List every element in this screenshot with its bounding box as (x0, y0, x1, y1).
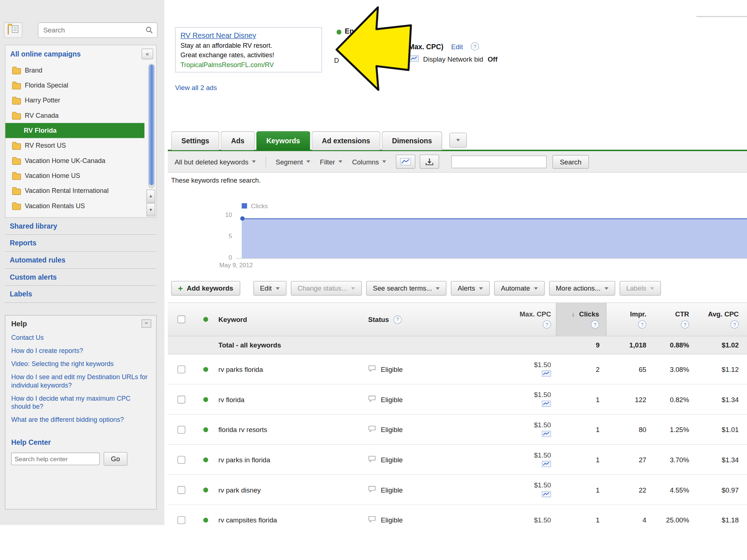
change-status-button[interactable]: Change status... (291, 281, 362, 296)
row-checkbox[interactable] (178, 396, 185, 403)
keyword-search-input[interactable] (452, 155, 547, 168)
speech-bubble-icon[interactable] (368, 425, 376, 434)
scroll-down-button[interactable]: ▼ (146, 203, 155, 216)
chart-icon[interactable] (542, 400, 551, 408)
row-checkbox[interactable] (178, 365, 185, 373)
scroll-up-button[interactable]: ▲ (146, 190, 155, 203)
labels-button[interactable]: Labels (619, 281, 661, 296)
tab-keywords[interactable]: Keywords (256, 131, 310, 150)
status-header[interactable]: Status? (368, 303, 494, 336)
sidebar-item-shared-library[interactable]: Shared library (5, 218, 156, 235)
help-center-link[interactable]: Help Center (11, 439, 51, 446)
view-chart-button[interactable] (396, 155, 415, 169)
chart-icon[interactable] (542, 460, 551, 468)
help-link-bidding-options[interactable]: What are the different bidding options? (11, 416, 150, 424)
help-question-icon[interactable]: ? (638, 320, 646, 329)
more-tabs-button[interactable] (449, 133, 467, 148)
row-checkbox[interactable] (178, 456, 185, 463)
status-dot-icon (203, 367, 208, 372)
help-question-icon[interactable]: ? (471, 42, 479, 51)
help-question-icon[interactable]: ? (393, 315, 402, 324)
help-link-video-keywords[interactable]: Video: Selecting the right keywords (11, 360, 150, 368)
keyword-header[interactable]: Keyword (216, 303, 368, 336)
sidebar-item-vacation-rentals-us[interactable]: Vacation Rentals US (5, 198, 144, 213)
chart-icon[interactable] (542, 491, 551, 498)
ad-headline-link[interactable]: RV Resort Near Disney (181, 31, 317, 39)
help-question-icon[interactable]: ? (591, 320, 599, 329)
ctr-header[interactable]: CTR? (651, 303, 693, 336)
collapse-sidebar-button[interactable]: « (142, 48, 153, 59)
help-question-icon[interactable]: ? (731, 320, 739, 329)
max-cpc-header[interactable]: Max. CPC? (494, 303, 556, 336)
row-checkbox[interactable] (178, 486, 185, 494)
help-link-destination-urls[interactable]: How do I see and edit my Destination URL… (11, 373, 150, 389)
sidebar-item-brand[interactable]: Brand (5, 63, 144, 78)
tab-settings[interactable]: Settings (171, 131, 219, 150)
row-checkbox[interactable] (178, 516, 185, 524)
more-actions-button[interactable]: More actions... (549, 281, 615, 296)
columns-dropdown[interactable]: Columns (352, 158, 386, 166)
report-tool-icon[interactable] (12, 25, 19, 35)
campaign-scrollbar[interactable] (148, 64, 155, 188)
scrollbar-thumb[interactable] (149, 65, 154, 185)
sidebar-item-rv-resort-us[interactable]: RV Resort US (5, 138, 144, 153)
max-cpc-cell[interactable]: $1.50 (494, 390, 556, 408)
view-all-ads-link[interactable]: View all 2 ads (175, 83, 217, 91)
row-checkbox[interactable] (178, 425, 185, 433)
minimize-help-button[interactable]: − (142, 319, 151, 328)
select-all-checkbox[interactable] (178, 315, 185, 323)
help-link-max-cpc[interactable]: How do I decide what my maximum CPC shou… (11, 394, 150, 411)
max-cpc-cell[interactable]: $1.50 (494, 481, 556, 498)
speech-bubble-icon[interactable] (368, 516, 376, 524)
clicks-header-sorted[interactable]: ↓Clicks? (556, 303, 607, 336)
help-question-icon[interactable]: ? (681, 320, 689, 329)
sidebar-item-rv-canada[interactable]: RV Canada (5, 108, 144, 123)
sidebar-item-labels[interactable]: Labels (5, 286, 156, 303)
speech-bubble-icon[interactable] (368, 486, 376, 494)
automate-button[interactable]: Automate (494, 281, 545, 296)
sidebar-item-automated-rules[interactable]: Automated rules (5, 252, 156, 269)
tab-ad-extensions[interactable]: Ad extensions (312, 131, 380, 150)
avg-cpc-header[interactable]: Avg. CPC? (693, 303, 746, 336)
sidebar-item-custom-alerts[interactable]: Custom alerts (5, 269, 156, 286)
keywords-view-dropdown[interactable]: All but deleted keywords (175, 158, 256, 166)
sidebar-item-reports[interactable]: Reports (5, 235, 156, 252)
total-impressions: 1,018 (607, 341, 651, 349)
sidebar-item-florida-special[interactable]: Florida Special (5, 78, 144, 93)
sidebar-item-vacation-home-us[interactable]: Vacation Home US (5, 168, 144, 183)
keyword-search-button[interactable]: Search (553, 155, 589, 168)
alerts-button[interactable]: Alerts (451, 281, 489, 296)
sidebar-item-vacation-rental-international[interactable]: Vacation Rental International (5, 183, 144, 198)
sidebar-item-rv-florida[interactable]: RV Florida (5, 123, 144, 138)
max-cpc-cell[interactable]: $1.50 (494, 516, 556, 524)
add-keywords-button[interactable]: +Add keywords (171, 281, 240, 296)
tab-ads[interactable]: Ads (221, 131, 255, 150)
see-search-terms-button[interactable]: See search terms... (366, 281, 447, 296)
sidebar-search-input[interactable] (42, 26, 146, 35)
help-link-create-reports[interactable]: How do I create reports? (11, 347, 150, 355)
speech-bubble-icon[interactable] (368, 455, 376, 464)
help-link-contact-us[interactable]: Contact Us (11, 334, 150, 342)
folder-tool-icon[interactable] (8, 26, 9, 35)
folder-icon (12, 143, 21, 149)
filter-dropdown[interactable]: Filter (320, 158, 342, 166)
max-cpc-cell[interactable]: $1.50 (494, 361, 556, 378)
chart-icon[interactable] (542, 370, 551, 378)
edit-button[interactable]: Edit (253, 281, 286, 296)
download-button[interactable] (420, 155, 439, 169)
impressions-header[interactable]: Impr.? (607, 303, 651, 336)
chart-icon[interactable] (542, 431, 551, 438)
sidebar-item-harry-potter[interactable]: Harry Potter (5, 93, 144, 108)
help-question-icon[interactable]: ? (543, 320, 551, 329)
max-cpc-cell[interactable]: $1.50 (494, 421, 556, 438)
speech-bubble-icon[interactable] (368, 395, 376, 404)
help-search-input[interactable] (11, 452, 100, 465)
segment-dropdown[interactable]: Segment (276, 158, 310, 166)
sidebar-item-vacation-home-uk-canada[interactable]: Vacation Home UK-Canada (5, 153, 144, 168)
speech-bubble-icon[interactable] (368, 365, 376, 373)
max-cpc-cell[interactable]: $1.50 (494, 451, 556, 468)
tab-dimensions[interactable]: Dimensions (382, 131, 442, 150)
edit-bid-link[interactable]: Edit (451, 43, 463, 50)
all-online-campaigns-link[interactable]: All online campaigns (10, 50, 81, 58)
help-search-go-button[interactable]: Go (104, 452, 127, 466)
